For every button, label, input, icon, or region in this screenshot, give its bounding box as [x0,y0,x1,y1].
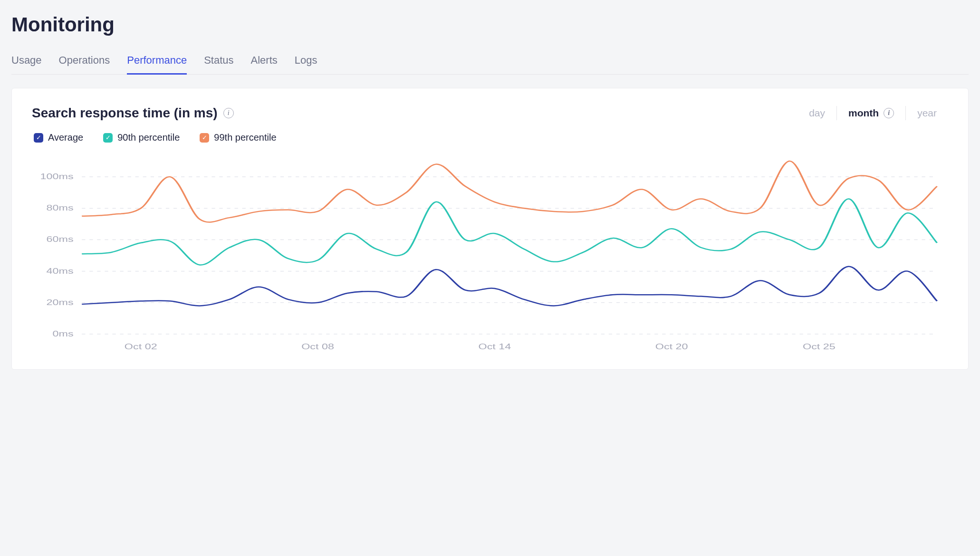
y-tick-label: 0ms [52,330,73,338]
legend-item-p99[interactable]: ✓99th percentile [200,132,276,143]
card-header: Search response time (in ms) i daymonthi… [32,105,948,121]
range-label: month [848,107,879,119]
legend-checkbox[interactable]: ✓ [200,133,209,143]
tab-operations[interactable]: Operations [59,50,110,75]
legend-label: 99th percentile [214,132,276,143]
response-time-chart: 0ms20ms40ms60ms80ms100msOct 02Oct 08Oct … [32,156,948,356]
tab-performance[interactable]: Performance [127,50,187,75]
x-tick-label: Oct 08 [301,343,334,351]
y-tick-label: 80ms [47,204,74,212]
page-title: Monitoring [11,13,969,36]
series-line [82,267,937,306]
legend-checkbox[interactable]: ✓ [34,133,43,143]
x-tick-label: Oct 02 [125,343,157,351]
x-tick-label: Oct 14 [478,343,511,351]
y-tick-label: 20ms [47,298,74,307]
y-tick-label: 100ms [40,173,74,181]
tab-status[interactable]: Status [204,50,233,75]
legend-item-avg[interactable]: ✓Average [34,132,83,143]
x-tick-label: Oct 20 [655,343,688,351]
legend-item-p90[interactable]: ✓90th percentile [103,132,180,143]
performance-card: Search response time (in ms) i daymonthi… [11,88,969,370]
tab-logs[interactable]: Logs [295,50,317,75]
tabs-bar: UsageOperationsPerformanceStatusAlertsLo… [11,50,969,75]
y-tick-label: 60ms [47,235,74,244]
chart-area: 0ms20ms40ms60ms80ms100msOct 02Oct 08Oct … [32,156,948,356]
range-year[interactable]: year [906,107,948,119]
info-icon[interactable]: i [223,108,234,118]
range-label: day [809,107,825,119]
range-month[interactable]: monthi [837,107,905,119]
info-icon[interactable]: i [884,108,894,118]
legend-checkbox[interactable]: ✓ [103,133,113,143]
tab-alerts[interactable]: Alerts [251,50,278,75]
legend-label: Average [48,132,83,143]
range-day[interactable]: day [797,107,836,119]
tab-usage[interactable]: Usage [11,50,42,75]
chart-legend: ✓Average✓90th percentile✓99th percentile [32,132,948,143]
y-tick-label: 40ms [47,267,74,275]
time-range-switch: daymonthiyear [797,106,948,120]
card-title-wrap: Search response time (in ms) i [32,105,234,121]
range-label: year [917,107,937,119]
card-title: Search response time (in ms) [32,105,218,121]
x-tick-label: Oct 25 [803,343,836,351]
legend-label: 90th percentile [117,132,180,143]
series-line [82,199,937,265]
series-line [82,161,937,222]
